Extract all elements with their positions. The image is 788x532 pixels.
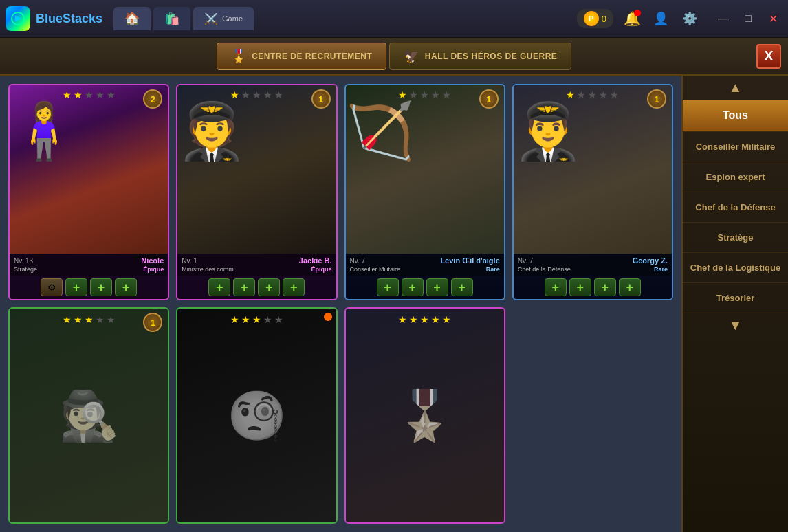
levin-level: Nv. 7 (350, 257, 366, 265)
recruitment-icon: 🎖️ (231, 49, 247, 64)
jackie-image: 🧑‍✈️ (177, 85, 336, 254)
jackie-actions: + + + + (177, 276, 336, 299)
georgy-actions: + + + + (514, 276, 672, 299)
mystery1-image: 🕵️ (10, 309, 168, 522)
settings-button[interactable]: ⚙️ (679, 8, 700, 29)
levin-plus-btn-2[interactable]: + (402, 278, 424, 296)
nicole-role-rarity: Stratège Épique (14, 266, 164, 273)
mystery2-stars: ★ ★ ★ ★ ★ (230, 314, 283, 325)
tab-recruitment-center[interactable]: 🎖️ CENTRE DE RECRUTEMENT (217, 43, 387, 70)
mystery3-stars: ★ ★ ★ ★ ★ (398, 314, 451, 325)
mystery3-image: 🎖️ (346, 309, 504, 522)
hero-card-jackie[interactable]: ★ ★ ★ ★ ★ 1 🧑‍✈️ Nv. 1 Jackie B. Min (176, 84, 337, 300)
window-controls: — □ ✕ (714, 9, 782, 28)
game-close-button[interactable]: X (756, 44, 781, 69)
sidebar-item-tous[interactable]: Tous (683, 100, 788, 132)
nicole-plus-btn-1[interactable]: + (65, 278, 87, 296)
mystery2-image: 🧐 (177, 309, 336, 522)
sidebar-item-conseiller[interactable]: Conseiller Militaire (683, 132, 788, 162)
jackie-level-name: Nv. 1 Jackie B. (182, 256, 331, 265)
nicole-actions: ⚙ + + + (10, 276, 168, 299)
notification-button[interactable]: 🔔 (622, 8, 642, 29)
nicole-level-name: Nv. 13 Nicole (14, 256, 164, 265)
hero-card-mystery3[interactable]: ★ ★ ★ ★ ★ 🎖️ (344, 307, 505, 524)
tab-home[interactable]: 🏠 (113, 7, 151, 30)
profile-button[interactable]: 👤 (650, 8, 671, 29)
jackie-plus-btn-1[interactable]: + (208, 278, 230, 296)
georgy-level-name: Nv. 7 Georgy Z. (518, 256, 668, 265)
hero-card-georgy[interactable]: ★ ★ ★ ★ ★ 1 👨‍✈️ Nv. 7 Georgy Z. Che (512, 84, 673, 300)
jackie-role-rarity: Ministre des comm. Épique (182, 266, 331, 273)
sidebar-item-espion[interactable]: Espion expert (683, 162, 788, 192)
heroes-label: HALL DES HÉROS DE GUERRE (425, 52, 557, 61)
svg-marker-1 (15, 16, 22, 21)
jackie-rarity: Épique (311, 266, 331, 273)
hero-card-nicole[interactable]: ★ ★ ★ ★ ★ 2 🧍‍♀️ Nv. 13 Nicole Strat (8, 84, 169, 300)
georgy-plus-btn-2[interactable]: + (569, 278, 591, 296)
bluestacks-icon (6, 6, 30, 31)
nicole-plus-btn-2[interactable]: + (90, 278, 112, 296)
georgy-footer: Nv. 7 Georgy Z. Chef de la Défense Rare (514, 254, 672, 276)
levin-level-name: Nv. 7 Levin Œil d'aigle (350, 256, 500, 265)
nicole-gear-btn[interactable]: ⚙ (41, 278, 63, 296)
georgy-plus-btn-3[interactable]: + (594, 278, 616, 296)
tab-game[interactable]: ⚔️ Game (193, 7, 254, 30)
sidebar-arrow-down[interactable]: ▼ (683, 313, 788, 337)
sidebar-arrow-up[interactable]: ▲ (683, 76, 788, 100)
levin-badge: 1 (479, 89, 499, 109)
sidebar: ▲ Tous Conseiller Militaire Espion exper… (681, 76, 788, 532)
jackie-plus-btn-4[interactable]: + (283, 278, 305, 296)
nicole-role: Stratège (14, 266, 37, 273)
georgy-role-rarity: Chef de la Défense Rare (518, 266, 668, 273)
titlebar-controls: P 0 🔔 👤 ⚙️ — □ ✕ (577, 8, 782, 29)
levin-plus-btn-4[interactable]: + (451, 278, 473, 296)
titlebar-logo: BlueStacks (6, 6, 102, 31)
heroes-icon: 🦅 (404, 49, 419, 64)
nicole-plus-btn-3[interactable]: + (115, 278, 137, 296)
game-topnav: 🎖️ CENTRE DE RECRUTEMENT 🦅 HALL DES HÉRO… (0, 38, 788, 76)
mystery1-stars: ★ ★ ★ ★ ★ (63, 314, 116, 325)
nicole-name: Nicole (141, 256, 164, 265)
jackie-plus-btn-2[interactable]: + (233, 278, 255, 296)
jackie-level: Nv. 1 (182, 257, 197, 265)
tab-store[interactable]: 🛍️ (153, 7, 190, 30)
jackie-name: Jackie B. (299, 256, 332, 265)
minimize-button[interactable]: — (714, 9, 733, 28)
levin-stars: ★ ★ ★ ★ ★ (398, 89, 451, 100)
hero-card-mystery2[interactable]: ★ ★ ★ ★ ★ 🧐 (176, 307, 337, 524)
georgy-image: 👨‍✈️ (514, 85, 672, 254)
georgy-plus-btn-4[interactable]: + (619, 278, 641, 296)
levin-footer: Nv. 7 Levin Œil d'aigle Conseiller Milit… (346, 254, 504, 276)
georgy-badge: 1 (647, 89, 666, 109)
georgy-level: Nv. 7 (518, 257, 534, 265)
jackie-plus-btn-3[interactable]: + (258, 278, 280, 296)
main-content: ★ ★ ★ ★ ★ 2 🧍‍♀️ Nv. 13 Nicole Strat (0, 76, 788, 532)
nicole-level: Nv. 13 (14, 257, 33, 265)
levin-rarity: Rare (486, 266, 500, 273)
jackie-footer: Nv. 1 Jackie B. Ministre des comm. Épiqu… (177, 254, 336, 276)
sidebar-item-logistique[interactable]: Chef de la Logistique (683, 253, 788, 283)
hero-card-levin[interactable]: ★ ★ ★ ★ ★ 1 🏹 Nv. 7 Levin Œil d'aigle (344, 84, 505, 300)
jackie-role: Ministre des comm. (182, 266, 235, 273)
levin-image: 🏹 (346, 85, 504, 254)
close-button[interactable]: ✕ (763, 9, 782, 28)
georgy-plus-btn-1[interactable]: + (545, 278, 567, 296)
jackie-badge: 1 (311, 89, 331, 109)
game-area: 🎖️ CENTRE DE RECRUTEMENT 🦅 HALL DES HÉRO… (0, 38, 788, 532)
levin-plus-btn-1[interactable]: + (377, 278, 399, 296)
nicole-image: 🧍‍♀️ (10, 85, 168, 254)
sidebar-item-chef-defense[interactable]: Chef de la Défense (683, 192, 788, 223)
levin-plus-btn-3[interactable]: + (426, 278, 448, 296)
brand-name: BlueStacks (36, 12, 102, 26)
sidebar-item-tresorier[interactable]: Trésorier (683, 283, 788, 313)
coin-icon: P (584, 11, 599, 26)
hero-card-mystery1[interactable]: 1 ★ ★ ★ ★ ★ 🕵️ (8, 307, 169, 524)
georgy-role: Chef de la Défense (518, 266, 571, 273)
maximize-button[interactable]: □ (738, 9, 758, 28)
titlebar-tabs: 🏠 🛍️ ⚔️ Game (113, 7, 577, 30)
cards-area: ★ ★ ★ ★ ★ 2 🧍‍♀️ Nv. 13 Nicole Strat (0, 76, 681, 532)
tab-hall-of-heroes[interactable]: 🦅 HALL DES HÉROS DE GUERRE (389, 43, 571, 70)
georgy-stars: ★ ★ ★ ★ ★ (566, 89, 619, 100)
sidebar-item-stratege[interactable]: Stratège (683, 223, 788, 253)
recruitment-label: CENTRE DE RECRUTEMENT (252, 52, 372, 61)
